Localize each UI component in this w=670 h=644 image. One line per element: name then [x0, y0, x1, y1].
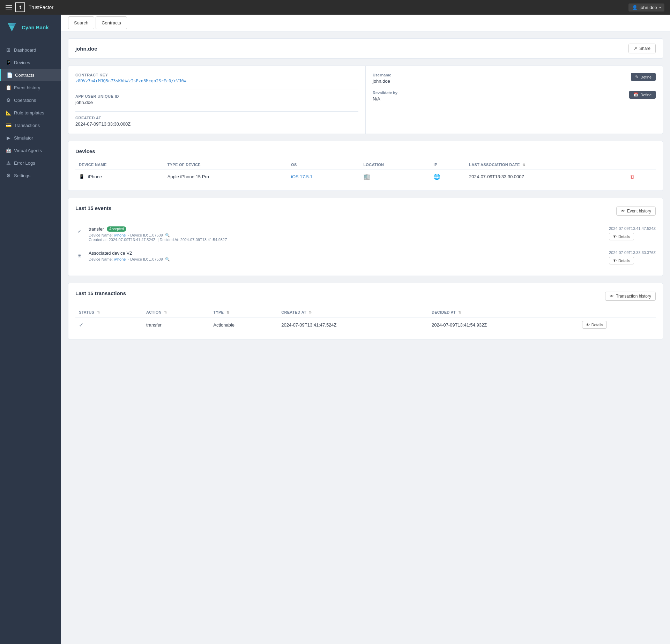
sidebar-item-label: Operations: [14, 98, 36, 103]
eye-tx-details-icon: 👁: [586, 323, 590, 327]
contract-left-panel: Contract Key z8DVz7nArMJQ5n73sKhbWzIsPzo…: [68, 66, 366, 134]
breadcrumb-contracts-tab[interactable]: Contracts: [96, 16, 127, 29]
contract-key-label: Contract Key: [75, 73, 358, 77]
tx-col-created: Created at ⇅: [278, 307, 428, 317]
sidebar: Cyan Bank ⊞ Dashboard 📱 Devices 📄 Contra…: [0, 15, 61, 644]
main-content: Search Contracts john.doe ↗ Share Contra…: [61, 15, 670, 644]
device-os-cell: iOS 17.5.1: [288, 170, 360, 184]
rule-templates-icon: 📐: [6, 110, 11, 115]
transactions-icon: 💳: [6, 122, 11, 128]
event-box-icon: ⊞: [75, 251, 84, 260]
define2-label: Define: [640, 93, 652, 97]
sidebar-item-simulator[interactable]: ▶ Simulator: [0, 132, 61, 144]
sidebar-item-label: Virtual Agents: [14, 148, 42, 153]
revalidate-info: Revalidate by N/A: [373, 91, 397, 102]
username-field: Username john.doe ✎ Define: [373, 73, 656, 84]
sidebar-item-rule-templates[interactable]: 📐 Rule templates: [0, 106, 61, 119]
share-icon: ↗: [634, 46, 637, 51]
col-actions: [626, 160, 656, 170]
event-details-button2[interactable]: 👁 Details: [609, 257, 634, 264]
sidebar-item-error-logs[interactable]: ⚠ Error Logs: [0, 157, 61, 169]
chevron-down-icon: ▾: [659, 6, 661, 9]
col-ip: IP: [430, 160, 466, 170]
devices-table-body: 📱 iPhone Apple iPhone 15 Pro iOS 17.5.1 …: [75, 170, 656, 184]
page-header: john.doe ↗ Share: [68, 38, 663, 59]
sidebar-item-devices[interactable]: 📱 Devices: [0, 56, 61, 69]
event-name: Associated device V2: [89, 250, 132, 256]
transactions-section: Last 15 transactions 👁 Transaction histo…: [68, 283, 663, 339]
share-label: Share: [639, 46, 650, 51]
event-device-name: iPhone: [114, 257, 126, 261]
event-title-row: Associated device V2: [89, 250, 604, 256]
define-revalidate-button[interactable]: 📅 Define: [629, 91, 656, 99]
event-timestamps: Created at: 2024-07-09T13:41:47.524Z | D…: [89, 238, 604, 242]
tx-created-cell: 2024-07-09T13:41:47.524Z: [278, 317, 428, 332]
tx-col-action: Action ⇅: [143, 307, 210, 317]
sidebar-item-label: Simulator: [14, 135, 33, 141]
sidebar-item-virtual-agents[interactable]: 🤖 Virtual Agents: [0, 144, 61, 157]
sidebar-item-dashboard[interactable]: ⊞ Dashboard: [0, 44, 61, 56]
col-location: Location: [360, 160, 430, 170]
network-icon: 🌐: [433, 174, 440, 180]
sidebar-item-transactions[interactable]: 💳 Transactions: [0, 119, 61, 132]
event-meta: Device Name: iPhone - Device ID: ...0750…: [89, 233, 604, 238]
user-menu[interactable]: 👤 john.doe ▾: [628, 3, 664, 12]
event-history-label: Event history: [627, 209, 651, 214]
location-icon: 🏢: [363, 174, 370, 180]
tx-details-button[interactable]: 👁 Details: [582, 321, 607, 329]
event-history-icon: 📋: [6, 85, 11, 90]
event-history-button[interactable]: 👁 Event history: [616, 207, 656, 216]
delete-device-icon[interactable]: 🗑: [630, 174, 634, 179]
event-timestamp: 2024-07-09T13:41:47.524Z: [609, 226, 656, 231]
sidebar-item-settings[interactable]: ⚙ Settings: [0, 169, 61, 182]
sort-created-icon: ⇅: [309, 310, 312, 314]
device-date-cell: 2024-07-09T13:33:30.000Z: [466, 170, 626, 184]
sidebar-item-label: Transactions: [14, 123, 40, 128]
col-last-association: Last association date ⇅: [466, 160, 626, 170]
username-value: john.doe: [373, 78, 391, 84]
event-meta: Device Name: iPhone - Device ID: ...0750…: [89, 257, 604, 262]
details-label: Details: [618, 234, 630, 239]
sort-action-icon: ⇅: [164, 310, 167, 314]
sidebar-item-label: Settings: [14, 173, 30, 178]
operations-icon: ⚙: [6, 97, 11, 103]
device-ip-cell: 🌐: [430, 170, 466, 184]
search-device-icon[interactable]: 🔍: [165, 233, 170, 237]
event-right: 2024-07-09T13:33:30.376Z 👁 Details: [609, 250, 656, 264]
sort-status-icon: ⇅: [97, 310, 100, 314]
tx-details-label: Details: [591, 323, 603, 327]
virtual-agents-icon: 🤖: [6, 148, 11, 153]
sidebar-nav: ⊞ Dashboard 📱 Devices 📄 Contracts 📋 Even…: [0, 40, 61, 185]
sort-icon: ⇅: [522, 163, 525, 167]
sidebar-item-label: Devices: [14, 60, 30, 65]
contract-right-panel: Username john.doe ✎ Define Revalidate by…: [366, 66, 663, 134]
dashboard-icon: ⊞: [6, 47, 11, 53]
sidebar-item-event-history[interactable]: 📋 Event history: [0, 81, 61, 94]
contract-key-field: Contract Key z8DVz7nArMJQ5n73sKhbWzIsPzo…: [75, 73, 358, 83]
events-section: Last 15 events 👁 Event history ✓ transfe…: [68, 198, 663, 276]
event-device-id: ...07509: [149, 233, 163, 237]
hamburger-icon[interactable]: [6, 5, 12, 9]
transactions-title: Last 15 transactions: [75, 290, 126, 296]
transaction-history-button[interactable]: 👁 Transaction history: [605, 292, 656, 301]
sidebar-item-contracts[interactable]: 📄 Contracts: [0, 69, 61, 81]
event-body: Associated device V2 Device Name: iPhone…: [89, 250, 604, 262]
event-details-button[interactable]: 👁 Details: [609, 233, 634, 240]
sidebar-item-label: Dashboard: [14, 47, 36, 53]
search-device-icon2[interactable]: 🔍: [165, 257, 170, 261]
table-row: ✓ transfer Actionable 2024-07-09T13:41:4…: [75, 317, 656, 332]
brand-logo-icon: [6, 21, 18, 33]
revalidate-label: Revalidate by: [373, 91, 397, 95]
tx-action-cell: transfer: [143, 317, 210, 332]
events-header: Last 15 events 👁 Event history: [75, 205, 656, 217]
transactions-header: Last 15 transactions 👁 Transaction histo…: [75, 290, 656, 302]
sidebar-item-operations[interactable]: ⚙ Operations: [0, 94, 61, 106]
username-label: Username: [373, 73, 391, 77]
tx-decided-cell: 2024-07-09T13:41:54.932Z: [428, 317, 579, 332]
table-row: 📱 iPhone Apple iPhone 15 Pro iOS 17.5.1 …: [75, 170, 656, 184]
breadcrumb-search-tab[interactable]: Search: [68, 16, 94, 29]
define-username-button[interactable]: ✎ Define: [631, 73, 656, 81]
sort-type-icon: ⇅: [226, 310, 229, 314]
event-item: ✓ transfer Accepted Device Name: iPhone …: [75, 222, 656, 246]
share-button[interactable]: ↗ Share: [628, 44, 656, 53]
